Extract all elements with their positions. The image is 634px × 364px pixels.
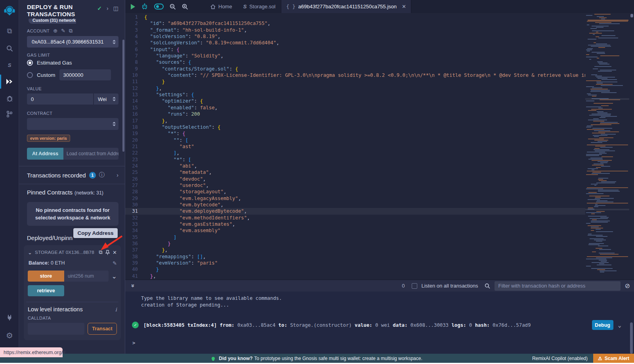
estimated-gas-radio[interactable] xyxy=(27,60,33,66)
tab-home[interactable]: Home xyxy=(205,0,238,13)
edit-account-icon[interactable]: ✎ xyxy=(61,28,65,33)
remixai-robot-icon[interactable] xyxy=(141,3,148,10)
debug-button[interactable]: Debug xyxy=(592,320,613,330)
panel-scrollbar[interactable] xyxy=(122,40,124,152)
copilot-toggle[interactable] xyxy=(154,4,164,10)
code-line[interactable]: 15 "enabled": false, xyxy=(125,105,585,111)
run-script-icon[interactable] xyxy=(131,4,135,10)
code-line[interactable]: 18 "outputSelection": { xyxy=(125,124,585,130)
code-line[interactable]: 21 "ast" xyxy=(125,143,585,150)
collapse-contract-icon[interactable]: ⌄ xyxy=(28,250,32,255)
git-icon[interactable] xyxy=(0,106,19,122)
code-line[interactable]: 10 "content": "// SPDX-License-Identifie… xyxy=(125,72,585,78)
zoom-out-icon[interactable] xyxy=(170,4,176,10)
code-line[interactable]: 8 "sources": { xyxy=(125,59,585,65)
clear-console-icon[interactable]: ⊘ xyxy=(625,282,630,290)
close-tab-icon[interactable]: ✕ xyxy=(402,4,406,10)
code-line[interactable]: 34 "evm.assembly" xyxy=(125,227,585,234)
plugin-manager-icon[interactable] xyxy=(0,309,19,325)
code-line[interactable]: 26 "devdoc", xyxy=(125,176,585,182)
code-line[interactable]: 13 "settings": { xyxy=(125,91,585,98)
code-line[interactable]: 2 "id": "a69b43f277ba20fcac141151250ca75… xyxy=(125,20,585,27)
retrieve-button[interactable]: retrieve xyxy=(28,285,64,296)
code-line[interactable]: 38 "remappings": [], xyxy=(125,253,585,260)
code-line[interactable]: 11 } xyxy=(125,78,585,85)
terminal[interactable]: Type the library name to see available c… xyxy=(125,292,634,354)
editor-scrollbar[interactable] xyxy=(630,14,633,17)
code-line[interactable]: 33 "evm.gasEstimates", xyxy=(125,221,585,227)
custom-gas-radio[interactable] xyxy=(27,72,33,78)
unit-stepper[interactable] xyxy=(113,97,116,101)
remix-logo-icon[interactable] xyxy=(0,2,19,20)
chevron-right-icon[interactable]: › xyxy=(116,172,118,178)
terminal-prompt[interactable]: > xyxy=(125,340,634,346)
calldata-input[interactable] xyxy=(28,323,84,335)
code-line[interactable]: 7 "language": "Solidity", xyxy=(125,53,585,59)
at-address-button[interactable]: At Address xyxy=(27,148,63,160)
terminal-scrollbar[interactable] xyxy=(630,322,633,354)
code-line[interactable]: 31 "evm.deployedBytecode", xyxy=(125,208,585,214)
transactions-recorded-row[interactable]: Transactions recorded 1 ⓘ › xyxy=(27,166,118,184)
filter-input[interactable]: Filter with transaction hash or address xyxy=(495,281,621,291)
expand-tx-icon[interactable]: ⌄ xyxy=(618,322,621,328)
estimated-gas-option[interactable]: Estimated Gas xyxy=(27,60,118,66)
code-line[interactable]: 5 "solcLongVersion": "0.8.19+commit.7dd6… xyxy=(125,40,585,46)
code-line[interactable]: 30 "evm.bytecode", xyxy=(125,202,585,208)
search-panel-icon[interactable] xyxy=(0,40,19,56)
scam-alert-button[interactable]: ⚠ Scam Alert xyxy=(593,354,634,363)
low-level-info-icon[interactable]: i xyxy=(115,307,117,313)
contract-stepper[interactable] xyxy=(113,122,116,126)
value-unit-select[interactable]: Wei xyxy=(94,93,118,105)
code-line[interactable]: 6 "input": { xyxy=(125,46,585,53)
edit-balance-icon[interactable]: ✎ xyxy=(113,261,117,266)
tab-build-info-json[interactable]: { } a69b43f277ba20fcac141151250ca755.jso… xyxy=(281,0,411,13)
code-line[interactable]: 3 "_format": "hh-sol-build-info-1", xyxy=(125,27,585,33)
code-line[interactable]: 39 "evmVersion": "paris" xyxy=(125,260,585,266)
copilot-status[interactable]: RemixAI Copilot (enabled) xyxy=(532,356,588,361)
debugger-icon[interactable] xyxy=(0,90,19,106)
code-line[interactable]: 23 "*": [ xyxy=(125,156,585,163)
deploy-run-icon[interactable] xyxy=(0,74,19,90)
solidity-compiler-icon[interactable]: S xyxy=(0,57,19,73)
copy-account-icon[interactable]: ⧉ xyxy=(69,28,73,33)
store-input[interactable]: uint256 num xyxy=(64,271,109,282)
account-stepper[interactable] xyxy=(113,40,116,44)
tab-storage-sol[interactable]: S Storage.sol xyxy=(238,0,281,13)
code-line[interactable]: 35 ] xyxy=(125,234,585,240)
custom-gas-input[interactable]: 3000000 xyxy=(59,69,111,80)
pin-panel-icon[interactable]: › xyxy=(107,5,109,11)
code-line[interactable]: 24 "abi", xyxy=(125,163,585,169)
settings-gear-icon[interactable]: ⚙ xyxy=(0,328,19,343)
code-line[interactable]: 25 "metadata", xyxy=(125,169,585,175)
code-line[interactable]: 16 "runs": 200 xyxy=(125,111,585,117)
layout-panel-icon[interactable]: ◫ xyxy=(113,5,118,11)
code-line[interactable]: 22 ], xyxy=(125,150,585,156)
code-line[interactable]: 37 }, xyxy=(125,247,585,253)
code-line[interactable]: 36 } xyxy=(125,240,585,247)
value-input[interactable]: 0 xyxy=(27,93,93,105)
code-line[interactable]: 40 } xyxy=(125,266,585,273)
listen-checkbox[interactable] xyxy=(412,283,417,289)
info-icon[interactable]: ⓘ xyxy=(99,172,105,179)
editor-minimap[interactable] xyxy=(585,13,629,274)
code-line[interactable]: 41 }, xyxy=(125,273,585,279)
zoom-in-icon[interactable] xyxy=(182,4,188,10)
code-line[interactable]: 19 "*": { xyxy=(125,130,585,137)
expand-terminal-icon[interactable]: » xyxy=(130,284,137,287)
code-line[interactable]: 28 "storageLayout", xyxy=(125,189,585,195)
code-line[interactable]: 20 "": [ xyxy=(125,137,585,143)
code-editor[interactable]: 1{2 "id": "a69b43f277ba20fcac141151250ca… xyxy=(125,13,634,280)
contract-select[interactable] xyxy=(27,118,118,130)
store-button[interactable]: store xyxy=(28,271,64,282)
transact-button[interactable]: Transact xyxy=(88,323,117,335)
load-address-input[interactable]: Load contract from Address xyxy=(63,148,118,160)
code-line[interactable]: 1{ xyxy=(125,14,585,20)
expand-store-icon[interactable]: ⌄ xyxy=(112,273,117,280)
custom-gas-option[interactable]: Custom xyxy=(27,72,55,78)
code-line[interactable]: 17 }, xyxy=(125,118,585,124)
code-line[interactable]: 9 "contracts/Storage.sol": { xyxy=(125,66,585,72)
add-account-icon[interactable]: ⊕ xyxy=(53,28,57,33)
file-explorer-icon[interactable]: ⧉ xyxy=(0,23,19,39)
transaction-log-row[interactable]: ✓ [block:5583405 txIndex:4] from: 0xa03.… xyxy=(125,320,634,330)
code-line[interactable]: 4 "solcVersion": "0.8.19", xyxy=(125,33,585,40)
